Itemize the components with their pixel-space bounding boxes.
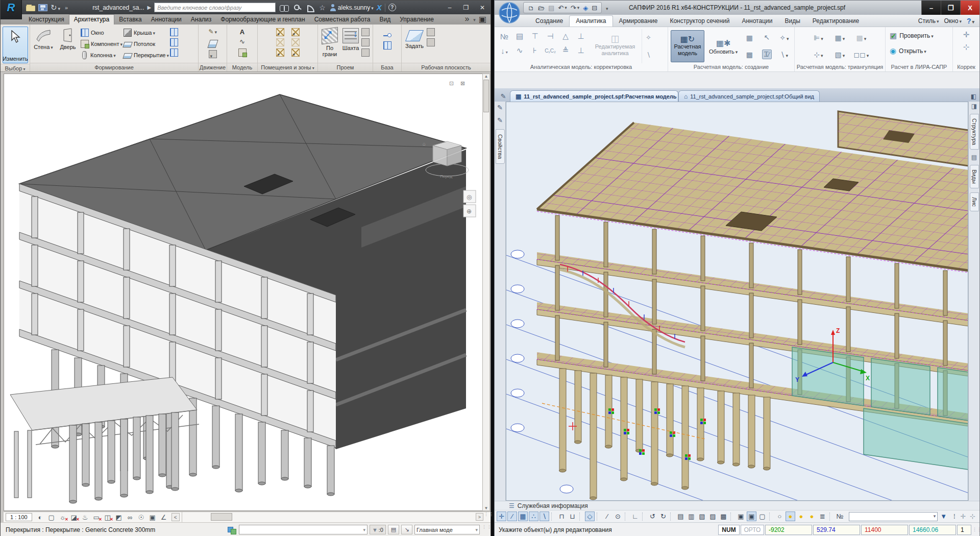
show-workplane-icon[interactable] xyxy=(427,28,435,36)
communication-icon[interactable] xyxy=(306,4,314,11)
numbering-icon[interactable]: № xyxy=(500,32,508,41)
stack-icon[interactable]: ▤ xyxy=(516,32,523,41)
doc-tab-calc-model[interactable]: ▦ 11_rst_advanced_sample_project.spf:Рас… xyxy=(510,90,678,102)
ribbon-tab[interactable]: Конструкция xyxy=(24,15,69,25)
panel-toggle-icon[interactable]: ◧ xyxy=(968,93,979,102)
menu-tab[interactable]: Армирование xyxy=(613,16,664,27)
edge-support-icon[interactable]: ⊣ xyxy=(547,32,553,41)
filter-button[interactable]: ▼:0 xyxy=(370,525,386,534)
design-option-combo[interactable]: Главная моде xyxy=(414,525,480,534)
bulb-object-icon[interactable]: ● xyxy=(807,511,817,521)
wire-mode-icon[interactable]: ▢ xyxy=(757,511,767,521)
search-input[interactable] xyxy=(154,3,276,12)
update-button[interactable]: ▦✱ Обновить xyxy=(707,29,740,63)
minimize-button[interactable]: – xyxy=(921,1,941,15)
search-icon[interactable] xyxy=(280,5,289,11)
menu-tab[interactable]: Виды xyxy=(778,16,806,27)
revit-3d-view[interactable]: Перед ⌂ ⊡ ⊠ ◎ ⊕ xyxy=(4,74,483,511)
compass-icon[interactable]: ◈ xyxy=(583,4,588,12)
edit-pencil-icon[interactable]: ✎ xyxy=(497,104,503,111)
curtain-grid-icon[interactable] xyxy=(170,38,178,46)
window-menu[interactable]: Окно xyxy=(944,17,961,25)
node-icon[interactable]: ✧ xyxy=(646,34,651,41)
select-rod-icon[interactable]: ↖ xyxy=(764,33,770,41)
check-button[interactable]: ▦Проверить xyxy=(888,28,950,43)
num-indicator[interactable]: NUM xyxy=(718,525,740,535)
menu-tab[interactable]: Редактирование xyxy=(806,16,865,27)
view-front-icon[interactable]: ▤ xyxy=(676,511,685,521)
modify-button[interactable]: Изменить xyxy=(3,27,28,63)
model-mode-icon[interactable]: ▣ xyxy=(736,511,746,521)
scale-button[interactable]: 1 : 100 xyxy=(6,513,32,521)
shadows-icon[interactable]: ◪ xyxy=(68,513,80,522)
perpendicular-icon[interactable]: ∟ xyxy=(630,511,640,521)
sun-path-icon[interactable]: ☼ xyxy=(57,513,68,522)
ribbon-tab[interactable]: Совместная работа xyxy=(310,15,375,25)
panel-label[interactable]: Модель xyxy=(227,63,257,71)
scroll-up-icon[interactable]: ▲ xyxy=(484,74,488,79)
editing-requests-button[interactable]: ▤ xyxy=(388,525,399,534)
exchange-apps-icon[interactable]: X xyxy=(377,3,382,12)
component-button[interactable]: Компонент xyxy=(81,39,122,48)
ribbon-state-icon[interactable] xyxy=(472,14,476,23)
unlock-view-icon[interactable]: ◩ xyxy=(113,513,125,522)
move-node-icon[interactable]: ✛ xyxy=(963,30,970,39)
ribbon-tab[interactable]: Вставка xyxy=(114,15,146,25)
sheets-tab[interactable]: Лис xyxy=(970,192,979,211)
scroll-down-icon[interactable]: ▼ xyxy=(484,506,488,510)
line-icon[interactable]: ∖ xyxy=(780,51,788,59)
spring-wall-icon[interactable]: ∿ xyxy=(517,46,523,55)
ribbon-tab[interactable]: Анализ xyxy=(186,15,216,25)
modify-panel-icon[interactable]: ▣ xyxy=(479,14,486,24)
small-truss-icon[interactable]: ≜ xyxy=(562,46,569,55)
stairs-icon[interactable] xyxy=(209,50,217,58)
qat-options-icon[interactable] xyxy=(605,3,608,12)
views-tab[interactable]: Виды xyxy=(970,165,979,188)
rod-icon[interactable]: ∖ xyxy=(646,51,650,59)
menu-tab[interactable]: Аннотации xyxy=(736,16,778,27)
ramp-icon[interactable] xyxy=(207,40,218,48)
collapse-viewbar-icon[interactable]: < xyxy=(172,513,180,521)
view-side-icon[interactable]: ▥ xyxy=(687,511,696,521)
open-lira-button[interactable]: ◉Открыть xyxy=(888,43,950,59)
calc-model-button[interactable]: ▦↻ Расчетная модель xyxy=(671,30,704,62)
maximize-button[interactable]: ❐ xyxy=(941,1,960,15)
structure-panel-icon[interactable]: ◨ xyxy=(971,103,977,110)
bedding-coeff-icon[interactable]: C₁C₂ xyxy=(545,48,556,54)
constraints-icon[interactable]: ∠ xyxy=(158,513,169,522)
hide-numbers-icon[interactable]: № xyxy=(835,511,845,521)
capitel-icon[interactable]: ▩ xyxy=(856,34,867,42)
close-button[interactable]: X xyxy=(960,1,979,15)
detail-level-icon[interactable]: ▢ xyxy=(46,513,57,522)
area-boundary-icon[interactable] xyxy=(291,38,300,46)
menu-tab[interactable]: Аналитика xyxy=(569,15,612,27)
visual-style-icon[interactable]: ◐ xyxy=(35,513,46,522)
panel-label[interactable]: База xyxy=(373,63,401,71)
snap-line-icon[interactable]: ∕ xyxy=(507,511,517,521)
save-icon[interactable] xyxy=(38,4,47,11)
save-icon[interactable]: ▤ xyxy=(548,4,554,12)
worksets-icon[interactable] xyxy=(228,526,237,534)
bulb-off-icon[interactable]: ○ xyxy=(775,511,785,521)
editable-analytics-button[interactable]: ◫ Редактируемая аналитика xyxy=(591,29,640,63)
bulb-on-icon[interactable]: ● xyxy=(786,511,795,521)
floor-button[interactable]: Перекрытие xyxy=(124,51,169,60)
more-tools-icon[interactable]: ⁞ xyxy=(949,511,959,521)
workset-combo[interactable] xyxy=(239,525,368,534)
ribbon-tab[interactable]: Формообразующие и генплан xyxy=(216,15,309,25)
menu-tab[interactable]: Конструктор сечений xyxy=(664,16,736,27)
tag-area-icon[interactable] xyxy=(291,48,300,57)
wall-button[interactable]: Стена xyxy=(32,26,55,63)
help-icon[interactable]: ? xyxy=(967,17,974,25)
frame-refresh-icon[interactable]: ▦ xyxy=(746,34,753,42)
snap-point-icon[interactable]: ✛ xyxy=(497,511,506,521)
view-back-icon[interactable]: ▨ xyxy=(708,511,718,521)
circle-icon[interactable]: ⊙ xyxy=(613,511,623,521)
vertical-opening-icon[interactable] xyxy=(361,38,370,46)
view-iso-icon[interactable]: ▧ xyxy=(697,511,707,521)
temporary-hide-icon[interactable]: ∞ xyxy=(125,513,136,522)
move-point-icon[interactable]: ⊹ xyxy=(963,42,970,52)
ortho-indicator[interactable]: ОРТО xyxy=(741,525,764,535)
beam-section-icon[interactable]: Ɪ∕ xyxy=(762,50,772,59)
dormer-opening-icon[interactable] xyxy=(361,48,370,57)
